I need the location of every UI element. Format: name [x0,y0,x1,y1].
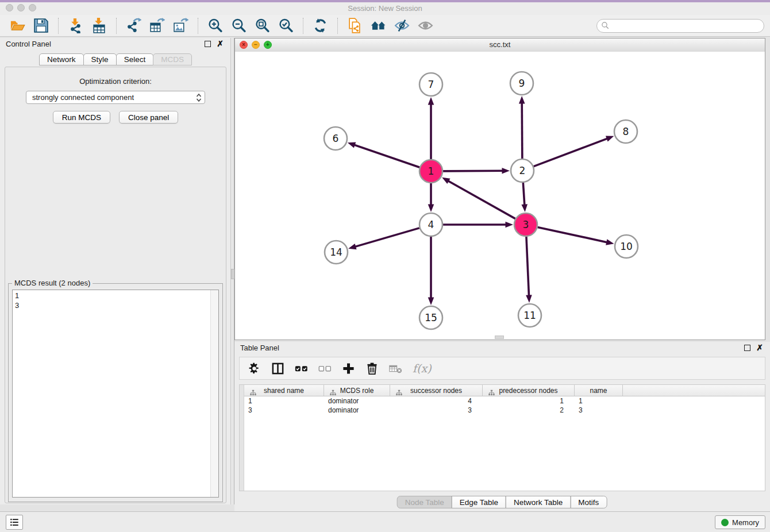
graph-edge-2-3[interactable] [523,183,525,206]
table-row[interactable]: 1dominator411 [244,396,765,406]
home-neighbors-icon[interactable] [371,18,386,33]
criterion-dropdown[interactable]: strongly connected component [26,91,205,104]
add-column-icon[interactable] [342,362,355,375]
graph-node-3[interactable]: 3 [514,213,537,236]
graph-edge-3-10[interactable] [538,227,608,242]
graph-edge-1-6[interactable] [354,145,419,167]
cell-MCDS-role[interactable]: dominator [324,406,390,414]
close-panel-icon[interactable]: ✗ [217,40,224,47]
tab-network[interactable]: Network [39,53,84,65]
tab-mcds[interactable]: MCDS [153,53,192,65]
toolbar-separator [116,18,117,34]
column-header-name[interactable]: name [575,385,623,396]
task-history-button[interactable] [6,515,23,530]
run-mcds-button[interactable]: Run MCDS [53,111,110,124]
cell-name[interactable]: 1 [575,397,623,405]
search-box[interactable] [596,19,764,33]
cell-shared-name[interactable]: 3 [244,406,324,414]
float-table-panel-icon[interactable] [744,345,750,351]
canvas-resize-handle[interactable] [495,336,504,339]
column-header-successor-nodes[interactable]: successor nodes [390,385,483,396]
graph-edge-2-9[interactable] [522,102,522,159]
graph-edge-1-2[interactable] [443,171,503,171]
zoom-out-icon[interactable] [231,18,247,33]
toggle-panes-icon[interactable] [271,362,284,375]
refresh-layout-icon[interactable] [313,18,328,33]
window-title: Session: New Session [0,4,770,13]
tab-node-table[interactable]: Node Table [397,496,452,508]
toolbar-separator [58,18,59,34]
cell-predecessor-nodes[interactable]: 1 [483,397,575,405]
tab-select[interactable]: Select [116,53,154,65]
close-panel-button[interactable]: Close panel [119,111,178,124]
import-network-icon[interactable] [68,18,83,33]
tab-edge-table[interactable]: Edge Table [452,496,506,508]
network-graph[interactable]: 1234678910111415 [235,52,765,340]
hide-selected-eye-icon[interactable] [394,18,410,33]
float-panel-icon[interactable] [205,41,211,47]
memory-label: Memory [732,518,759,527]
memory-button[interactable]: Memory [715,515,765,529]
mcds-result-item[interactable]: 3 [15,300,216,310]
graph-edge-3-11[interactable] [526,237,529,296]
zoom-fit-icon[interactable] [255,18,270,33]
cell-shared-name[interactable]: 1 [244,397,324,405]
graph-node-11[interactable]: 11 [518,304,541,327]
export-network-icon[interactable] [126,18,141,33]
cell-MCDS-role[interactable]: dominator [324,397,390,405]
cell-name[interactable]: 3 [575,406,623,414]
save-session-icon[interactable] [33,18,49,33]
zoom-in-icon[interactable] [207,18,223,33]
cell-successor-nodes[interactable]: 3 [390,406,483,414]
panel-splitter[interactable] [230,38,234,504]
mcds-result-list[interactable]: 13 [12,290,219,498]
settings-gear-icon[interactable] [248,362,261,375]
select-all-columns-icon[interactable] [295,362,308,375]
graph-edge-3-1[interactable] [448,180,515,218]
graph-node-1[interactable]: 1 [419,160,442,183]
svg-text:15: 15 [425,312,437,323]
export-image-icon[interactable] [173,18,188,33]
close-table-panel-icon[interactable]: ✗ [756,344,763,351]
graph-edge-2-8[interactable] [534,138,608,167]
graph-node-4[interactable]: 4 [419,213,442,236]
graph-node-6[interactable]: 6 [324,127,347,150]
duplicate-network-icon[interactable] [347,18,363,33]
graph-node-7[interactable]: 7 [419,73,442,96]
search-input[interactable] [612,21,764,30]
export-table-icon[interactable] [149,18,165,33]
tab-motifs[interactable]: Motifs [570,496,607,508]
open-session-icon[interactable] [10,18,25,33]
graph-node-14[interactable]: 14 [325,241,348,264]
graph-node-10[interactable]: 10 [615,235,638,258]
mcds-result-item[interactable]: 1 [15,291,216,300]
table-row[interactable]: 3dominator323 [244,406,765,415]
column-header-predecessor-nodes[interactable]: predecessor nodes [483,385,575,396]
tab-style[interactable]: Style [83,53,117,65]
search-icon [601,21,610,30]
graph-edge-4-14[interactable] [355,228,419,247]
table-tabs: Node TableEdge TableNetwork TableMotifs [398,496,607,508]
tab-network-table[interactable]: Network Table [506,496,571,508]
scrollbar[interactable] [210,290,218,497]
delete-column-icon[interactable] [365,362,379,375]
list-icon [9,517,20,527]
import-table-icon[interactable] [91,18,107,33]
column-type-icon [488,390,495,396]
svg-text:11: 11 [523,310,536,321]
network-canvas[interactable]: 1234678910111415 [235,52,765,340]
graph-node-15[interactable]: 15 [419,306,442,329]
graph-node-9[interactable]: 9 [510,72,533,95]
node-table[interactable]: shared nameMCDS rolesuccessor nodesprede… [239,384,765,491]
column-header-MCDS-role[interactable]: MCDS role [324,385,390,396]
row-header-gutter [240,385,244,491]
zoom-selected-icon[interactable] [278,18,294,33]
cell-successor-nodes[interactable]: 4 [390,397,483,405]
cell-predecessor-nodes[interactable]: 2 [483,406,575,414]
deselect-all-columns-icon[interactable] [318,362,332,375]
column-header-shared-name[interactable]: shared name [244,385,324,396]
network-window-titlebar[interactable]: × − + scc.txt [235,38,765,52]
optimization-criterion-label: Optimization criterion: [5,77,226,86]
graph-node-8[interactable]: 8 [614,120,637,143]
graph-node-2[interactable]: 2 [511,159,534,182]
